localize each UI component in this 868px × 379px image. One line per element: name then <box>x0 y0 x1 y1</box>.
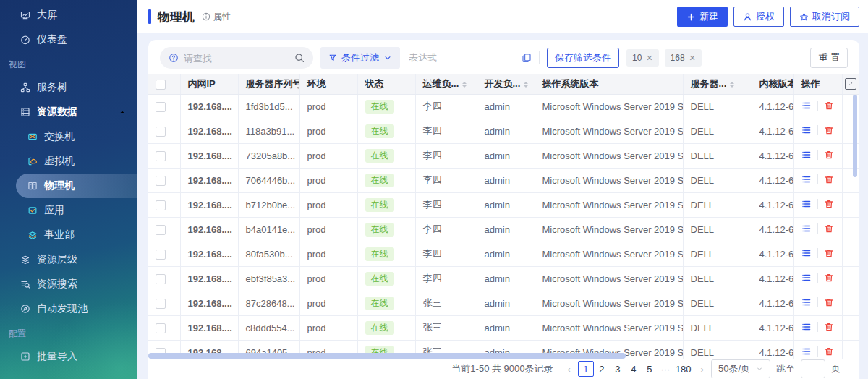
prev-page-button[interactable]: ‹ <box>566 364 572 375</box>
sort-icon[interactable] <box>524 80 528 90</box>
cell-os: Microsoft Windows Server 2019 Stan... <box>535 192 683 217</box>
sidebar-item-批量导入[interactable]: 批量导入 <box>0 344 137 369</box>
delete-icon[interactable] <box>824 297 834 307</box>
page-number-4[interactable]: 4 <box>626 361 642 377</box>
row-checkbox[interactable] <box>156 127 166 137</box>
sidebar-item-资源层级[interactable]: 资源层级 <box>0 247 137 272</box>
delete-icon[interactable] <box>824 125 834 135</box>
sidebar-item-虚拟机[interactable]: 虚拟机 <box>0 149 137 174</box>
create-button[interactable]: 新建 <box>677 7 728 27</box>
page-number-3[interactable]: 3 <box>610 361 626 377</box>
cell-serial: 87c28648... <box>238 291 299 315</box>
cell-actions <box>793 315 842 340</box>
detail-list-icon[interactable] <box>801 223 812 234</box>
filter-tag[interactable]: 10✕ <box>626 49 659 67</box>
cell-serial: ebf3f85a3... <box>238 266 299 291</box>
row-checkbox[interactable] <box>156 176 166 186</box>
save-filter-button[interactable]: 保存筛选条件 <box>547 48 619 68</box>
service-tree-icon <box>20 82 30 93</box>
detail-list-icon[interactable] <box>801 297 812 307</box>
page-number-1[interactable]: 1 <box>578 361 594 377</box>
sidebar-item-label: 服务树 <box>37 81 67 94</box>
expression-input[interactable] <box>407 48 514 67</box>
delete-icon[interactable] <box>824 101 834 111</box>
delete-icon[interactable] <box>824 248 834 258</box>
page-number-5[interactable]: 5 <box>642 361 658 377</box>
cell-status: 在线 <box>357 192 415 217</box>
copy-icon[interactable] <box>522 53 532 63</box>
page-number-2[interactable]: 2 <box>594 361 610 377</box>
filter-tag-label: 10 <box>632 53 642 63</box>
row-checkbox[interactable] <box>156 200 166 210</box>
detail-list-icon[interactable] <box>801 273 812 283</box>
close-icon[interactable]: ✕ <box>646 54 652 63</box>
star-icon <box>799 12 809 22</box>
sort-icon[interactable] <box>730 80 734 90</box>
row-checkbox[interactable] <box>156 323 166 333</box>
user-icon <box>743 12 752 22</box>
delete-icon[interactable] <box>824 223 834 234</box>
detail-list-icon[interactable] <box>801 322 812 332</box>
sidebar-item-自动发现池[interactable]: 自动发现池 <box>0 297 137 321</box>
sidebar-item-大屏[interactable]: 大屏 <box>0 3 137 27</box>
filter-tag[interactable]: 168✕ <box>665 49 702 67</box>
delete-icon[interactable] <box>824 273 834 283</box>
sidebar-item-资源搜索[interactable]: 资源搜索 <box>0 272 137 297</box>
authorize-button[interactable]: 授权 <box>733 7 784 27</box>
sidebar-item-仪表盘[interactable]: 仪表盘 <box>0 27 137 52</box>
table-row: 192.168....b712b0be...prod在线李四adminMicro… <box>148 192 859 217</box>
detail-list-icon[interactable] <box>801 174 812 184</box>
jump-page-input[interactable] <box>801 359 825 378</box>
sidebar-item-资源数据[interactable]: 资源数据 <box>0 100 137 124</box>
vertical-scrollbar[interactable] <box>853 95 857 177</box>
row-checkbox[interactable] <box>156 102 166 112</box>
delete-icon[interactable] <box>824 346 834 357</box>
reset-button[interactable]: 重 置 <box>810 48 848 68</box>
info-icon <box>202 12 210 21</box>
search-icon[interactable] <box>294 53 305 63</box>
detail-list-icon[interactable] <box>801 101 812 111</box>
sidebar-item-交换机[interactable]: 交换机 <box>0 124 137 149</box>
detail-list-icon[interactable] <box>801 150 812 160</box>
row-checkbox[interactable] <box>156 151 166 161</box>
close-icon[interactable]: ✕ <box>689 54 696 63</box>
detail-list-icon[interactable] <box>801 346 812 357</box>
detail-list-icon[interactable] <box>801 199 812 209</box>
sidebar-item-服务树[interactable]: 服务树 <box>0 75 137 100</box>
cell-serial: 1fd3b1d5... <box>238 94 299 119</box>
cell-os: Microsoft Windows Server 2019 Stan... <box>535 291 683 315</box>
chevron-up-icon[interactable] <box>119 106 126 118</box>
row-checkbox[interactable] <box>156 299 166 309</box>
detail-list-icon[interactable] <box>801 125 812 135</box>
row-checkbox[interactable] <box>156 274 166 284</box>
horizontal-scrollbar[interactable] <box>148 353 626 359</box>
cell-dev-owner: admin <box>477 143 535 168</box>
status-badge: 在线 <box>365 100 394 114</box>
row-checkbox[interactable] <box>156 225 166 235</box>
cell-ops-owner: 李四 <box>415 119 477 143</box>
next-page-button[interactable]: › <box>699 364 705 375</box>
filter-tags: 10✕168✕ <box>626 49 707 67</box>
delete-icon[interactable] <box>824 150 834 160</box>
page-size-select[interactable]: 50条/页 <box>711 359 770 378</box>
select-all-checkbox[interactable] <box>156 80 166 90</box>
delete-icon[interactable] <box>824 322 834 332</box>
column-settings-icon[interactable] <box>845 78 856 90</box>
sort-icon[interactable] <box>462 80 467 90</box>
table-row: 192.168....73205a8b...prod在线李四adminMicro… <box>148 143 859 168</box>
row-checkbox[interactable] <box>156 250 166 260</box>
sidebar-item-物理机[interactable]: 物理机 <box>16 174 137 198</box>
search-input[interactable] <box>184 53 289 64</box>
delete-icon[interactable] <box>824 174 834 184</box>
cell-vendor: DELL <box>683 217 752 242</box>
application-icon <box>27 205 38 216</box>
sidebar-item-应用[interactable]: 应用 <box>0 198 137 223</box>
delete-icon[interactable] <box>824 199 834 209</box>
sidebar-item-事业部[interactable]: 事业部 <box>0 223 137 247</box>
filter-dropdown[interactable]: 条件过滤 <box>320 47 400 69</box>
sidebar-item-label: 虚拟机 <box>44 155 75 168</box>
detail-list-icon[interactable] <box>801 248 812 258</box>
attributes-link[interactable]: 属性 <box>202 11 231 23</box>
unsubscribe-button[interactable]: 取消订阅 <box>790 7 859 27</box>
page-number-180[interactable]: 180 <box>673 361 694 377</box>
